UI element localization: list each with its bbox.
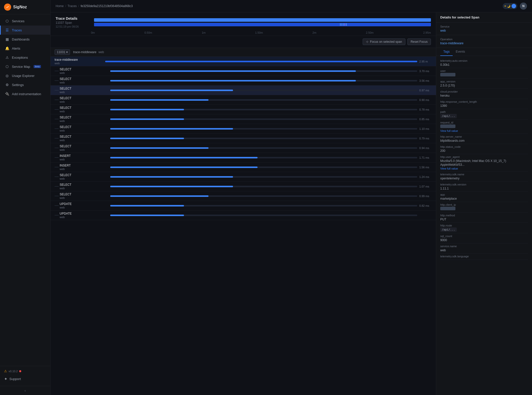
support-item[interactable]: ✦ Support [4, 375, 46, 383]
exceptions-icon: ⚠ [5, 55, 9, 59]
span-indent [55, 167, 60, 167]
mini-tick-4 [344, 23, 345, 26]
span-list-header: 11031 ▾ trace-middleware web [51, 48, 436, 57]
span-indent [55, 148, 60, 148]
span-list-container[interactable]: 11031 ▾ trace-middleware web trace-middl… [51, 48, 436, 395]
span-row[interactable]: SELECT web 0.79 ms [51, 134, 436, 143]
user-avatar[interactable]: N [520, 3, 527, 10]
span-bar-track [110, 80, 417, 81]
span-count-selector[interactable]: 11031 ▾ [55, 49, 70, 55]
span-row[interactable]: SELECT web 0.99 ms [51, 191, 436, 201]
sidebar-item-label-dashboards: Dashboards [12, 37, 30, 41]
sidebar-item-dashboards[interactable]: ▦ Dashboards [0, 35, 50, 44]
usage-icon: ◎ [5, 74, 9, 78]
span-service: web [60, 110, 110, 113]
sidebar-item-services[interactable]: ⬡ Services [0, 16, 50, 26]
span-row[interactable]: UPDATE web [51, 211, 436, 220]
span-bar-track [110, 99, 417, 101]
trace-view: Trace Details 11037 Span 12:51:19 pm 08/… [51, 12, 436, 395]
version-text: v0.10.2 [9, 370, 18, 373]
tag-value-code: /api/... [440, 114, 457, 118]
trace-mini-map: Trace Details 11037 Span 12:51:19 pm 08/… [56, 16, 431, 28]
span-connector-icon [55, 148, 59, 148]
sidebar-item-add-instrumentation[interactable]: 🔌 Add instrumentation [0, 89, 50, 98]
sidebar-item-exceptions[interactable]: ⚠ Exceptions [0, 53, 50, 62]
sidebar-item-alerts[interactable]: 🔔 Alerts [0, 44, 50, 53]
span-indent [55, 215, 60, 215]
tag-value: 200 [440, 149, 445, 153]
tag-value: blipbillboards.com [440, 139, 465, 142]
span-row[interactable]: SELECT web 1.07 ms [51, 182, 436, 191]
span-op: SELECT [60, 96, 110, 100]
span-bar-track [110, 147, 417, 149]
span-service: web [60, 187, 110, 190]
tag-row: http.client_ip [440, 202, 528, 213]
span-row[interactable]: INSERT web 1.71 ms [51, 153, 436, 162]
alerts-icon: 🔔 [5, 46, 9, 50]
service-label: Service [440, 25, 528, 28]
root-span-row[interactable]: trace-middleware web 2.95 m [51, 57, 436, 66]
sidebar-item-label-service-map: Service Map [12, 65, 30, 69]
tag-row: telemetry.sdk.language [440, 254, 528, 260]
tag-value: opentelemetry [440, 177, 459, 180]
collapse-button[interactable]: ‹ [0, 386, 50, 395]
span-row[interactable]: SELECT web 0.90 ms [51, 95, 436, 105]
breadcrumb: Home / Traces / fe3250de9a2151210bf36485… [56, 4, 133, 8]
theme-toggle-button[interactable]: ☀ 🌙 [503, 3, 517, 9]
reset-focus-button[interactable]: Reset Focus [407, 38, 431, 45]
tag-key: http.response_content_length [440, 100, 528, 103]
span-bar-col: 1.07 ms [110, 185, 436, 188]
breadcrumb-home[interactable]: Home [56, 4, 64, 8]
root-span-bar-col: 2.95 m [105, 60, 436, 63]
view-full-link[interactable]: View full value [440, 167, 528, 170]
beta-badge: Beta [34, 65, 41, 68]
operation-value[interactable]: trace-middleware [440, 41, 528, 45]
span-row[interactable]: SELECT web 1.24 ms [51, 172, 436, 182]
top-bar: Home / Traces / fe3250de9a2151210bf36485… [51, 0, 532, 12]
span-row[interactable]: SELECT web 0.78 ms [51, 105, 436, 114]
tab-events[interactable]: Events [453, 48, 468, 56]
span-bar-fill [110, 109, 184, 110]
user-initial: N [522, 4, 525, 8]
span-row[interactable]: SELECT web 0.97 ms [51, 86, 436, 95]
tag-key: app_version [440, 80, 528, 83]
span-row[interactable]: SELECT web 0.94 ms [51, 143, 436, 153]
span-row[interactable]: UPDATE web 0.82 ms [51, 201, 436, 211]
span-connector-icon [55, 215, 59, 215]
sidebar-item-traces[interactable]: ☰ Traces [0, 26, 50, 35]
span-bar-fill [110, 80, 356, 81]
sidebar-item-label-add-instrumentation: Add instrumentation [12, 92, 41, 96]
tag-key: app [440, 193, 528, 196]
span-op: INSERT [60, 164, 110, 167]
tag-row: http.status_code 200 [440, 144, 528, 154]
view-full-link[interactable]: View full value [440, 129, 528, 132]
tag-key: service.name [440, 245, 528, 248]
span-bar-col: 0.90 ms [110, 98, 436, 101]
span-op: SELECT [60, 144, 110, 148]
span-op: SELECT [60, 106, 110, 110]
sidebar-item-settings[interactable]: ⚙ Settings [0, 80, 50, 89]
sidebar-item-service-map[interactable]: ⬡ Service Map Beta [0, 62, 50, 71]
span-bar-col: 3.56 ms [110, 79, 436, 82]
span-bar-track [110, 109, 417, 110]
span-name-col: SELECT web [60, 96, 110, 103]
span-row[interactable]: SELECT web 0.85 ms [51, 114, 436, 124]
focus-selected-span-button[interactable]: ⊹ Focus on selected span [363, 38, 405, 45]
span-bar-col: 0.97 ms [110, 89, 436, 92]
breadcrumb-traces[interactable]: Traces [67, 4, 77, 8]
span-row[interactable]: INSERT web 1.56 ms [51, 162, 436, 172]
tab-tags[interactable]: Tags [440, 48, 453, 56]
span-name-col: SELECT web [60, 125, 110, 132]
nav-list: ⬡ Services ☰ Traces ▦ Dashboards 🔔 Alert… [0, 14, 50, 366]
span-bar-col: 1.71 ms [110, 156, 436, 159]
service-value[interactable]: web [440, 29, 528, 32]
span-row[interactable]: SELECT web 1.10 ms [51, 124, 436, 134]
tag-value: Mozilla/5.0 (Macintosh; Intel Mac OS X 1… [440, 159, 506, 167]
span-indent [55, 196, 60, 196]
sidebar-item-usage[interactable]: ◎ Usage Explorer [0, 71, 50, 80]
span-row[interactable]: SELECT web 3.56 ms [51, 76, 436, 86]
span-row[interactable]: SELECT web 3.70 ms [51, 66, 436, 76]
marker-2.50m: 2.50m [366, 31, 374, 34]
tag-row: http.server_name blipbillboards.com [440, 134, 528, 144]
span-bar-fill [110, 167, 258, 168]
